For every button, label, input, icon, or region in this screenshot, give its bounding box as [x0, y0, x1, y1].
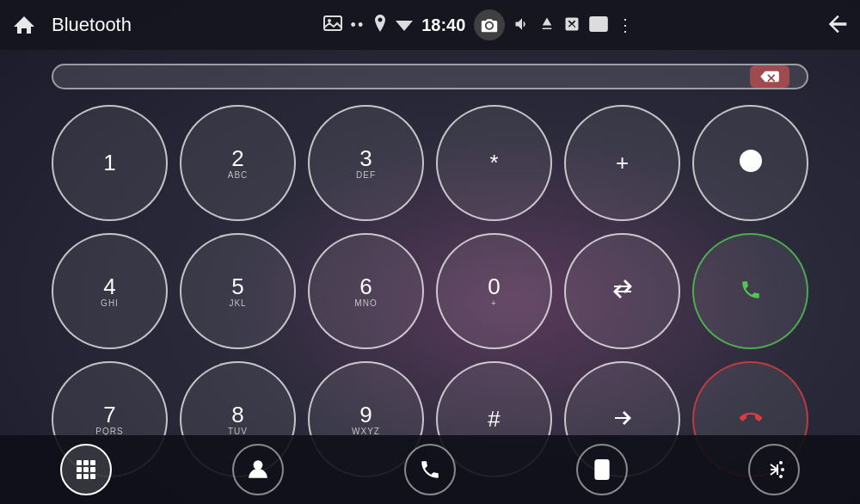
status-bar-center: •• 18:40	[132, 9, 826, 40]
dial-key-0[interactable]: 0 +	[436, 233, 552, 349]
nav-dialpad-button[interactable]	[60, 444, 112, 495]
home-icon[interactable]	[10, 11, 38, 39]
back-icon[interactable]	[826, 14, 850, 37]
nav-bluetooth-settings-button[interactable]	[748, 444, 800, 495]
svg-marker-3	[396, 21, 413, 31]
nav-contacts-button[interactable]	[232, 444, 284, 495]
svg-point-22	[779, 475, 783, 478]
svg-rect-9	[83, 460, 89, 465]
main-content: 1 2 ABC 3 DEF * +	[0, 50, 860, 435]
svg-point-20	[779, 461, 783, 464]
dial-input[interactable]	[71, 67, 750, 87]
volume-icon[interactable]	[513, 15, 531, 35]
svg-rect-10	[90, 460, 95, 465]
page-title: Bluetooth	[52, 14, 132, 36]
wifi-icon	[396, 15, 413, 35]
bottom-nav	[0, 435, 860, 504]
status-bar: Bluetooth •• 18:40	[0, 0, 860, 50]
close-box-icon[interactable]	[563, 15, 580, 35]
svg-rect-14	[77, 474, 82, 479]
screen-icon[interactable]	[589, 16, 608, 34]
dial-key-1[interactable]: 1	[52, 105, 168, 221]
svg-rect-16	[90, 474, 95, 479]
dial-key-plus[interactable]: +	[564, 105, 680, 221]
svg-point-19	[601, 473, 603, 475]
dialpad-grid: 1 2 ABC 3 DEF * +	[52, 105, 808, 477]
camera-button[interactable]	[474, 9, 505, 40]
svg-rect-4	[590, 16, 607, 30]
svg-rect-1	[324, 16, 341, 30]
svg-rect-8	[77, 460, 82, 465]
svg-point-2	[328, 19, 331, 22]
dial-key-6[interactable]: 6 MNO	[308, 233, 424, 349]
status-bar-left: Bluetooth	[10, 11, 132, 39]
nav-bluetooth-phone-button[interactable]	[576, 444, 628, 495]
more-vert-icon[interactable]: ⋮	[617, 15, 634, 35]
dial-key-5[interactable]: 5 JKL	[180, 233, 296, 349]
eject-icon[interactable]	[539, 16, 555, 34]
status-bar-right	[826, 14, 850, 37]
svg-rect-11	[77, 467, 82, 472]
dial-key-3[interactable]: 3 DEF	[308, 105, 424, 221]
call-button[interactable]	[692, 233, 808, 349]
svg-rect-12	[83, 467, 89, 472]
dial-key-star[interactable]: *	[436, 105, 552, 221]
svg-point-17	[254, 460, 263, 470]
dial-key-transfer[interactable]	[564, 233, 680, 349]
backspace-button[interactable]	[750, 65, 789, 88]
svg-rect-13	[90, 467, 95, 472]
time-display: 18:40	[421, 15, 465, 35]
nav-call-button[interactable]	[404, 444, 456, 495]
dial-input-wrapper	[52, 64, 808, 89]
contacts-search-button[interactable]	[692, 105, 808, 221]
dial-key-4[interactable]: 4 GHI	[52, 233, 168, 349]
svg-rect-15	[83, 474, 89, 479]
location-icon	[373, 15, 387, 35]
dial-key-2[interactable]: 2 ABC	[180, 105, 296, 221]
svg-point-21	[781, 468, 784, 471]
svg-marker-0	[14, 16, 34, 34]
more-icon[interactable]: ••	[351, 16, 366, 34]
image-icon[interactable]	[323, 15, 342, 35]
